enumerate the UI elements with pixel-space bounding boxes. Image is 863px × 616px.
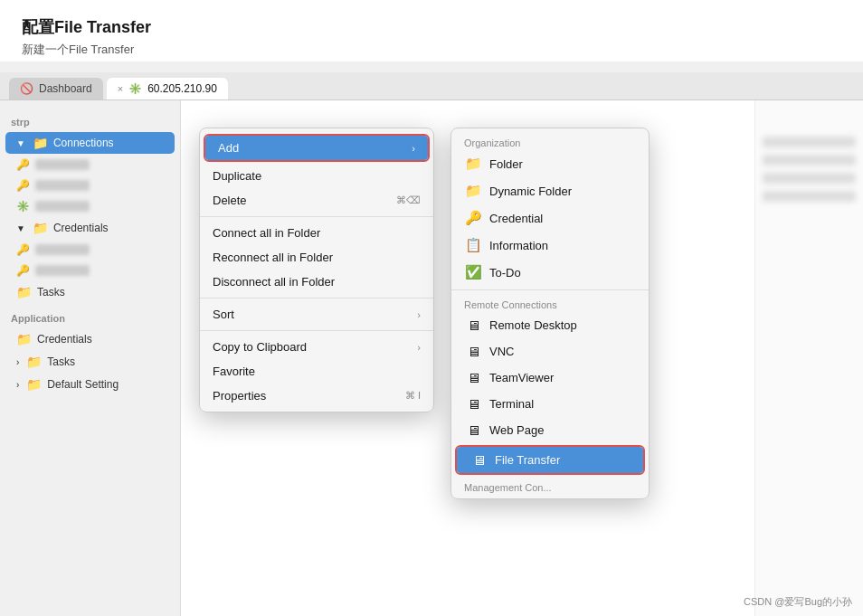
sidebar-item-cred4: 🔑	[5, 261, 175, 280]
sidebar: strp ▼ 📁 Connections 🔑 🔑 ✳️	[0, 100, 181, 616]
dynamic-folder-label: Dynamic Folder	[489, 185, 572, 198]
menu-item-reconnect-all[interactable]: Reconnect all in Folder	[200, 245, 433, 270]
app-credentials-label: Credentials	[37, 333, 92, 346]
sidebar-item-cross: ✳️	[5, 196, 175, 216]
content-area: Add › Duplicate Delete ⌘⌫ Connect all in…	[181, 100, 863, 616]
app-default-chevron: ›	[16, 380, 19, 390]
sub-menu-item-vnc[interactable]: 🖥 VNC	[451, 338, 649, 365]
properties-label: Properties	[213, 389, 266, 403]
cross-icon: ✳️	[16, 200, 30, 213]
app-default-label: Default Setting	[47, 378, 119, 391]
sidebar-item-app-credentials[interactable]: 📁 Credentials	[5, 328, 175, 350]
copy-arrow-icon: ›	[417, 342, 421, 353]
duplicate-label: Duplicate	[213, 169, 261, 183]
credentials-chevron: ▼	[16, 223, 25, 233]
remote-tab-close[interactable]: ×	[118, 83, 123, 94]
sub-menu-item-file-transfer[interactable]: 🖥 File Transfer	[457, 447, 643, 473]
copy-label: Copy to Clipboard	[213, 340, 307, 354]
sidebar-item-app-default[interactable]: › 📁 Default Setting	[5, 374, 175, 395]
menu-item-delete[interactable]: Delete ⌘⌫	[200, 188, 433, 213]
terminal-icon: 🖥	[464, 396, 482, 412]
cred3-label-blurred	[35, 244, 90, 255]
sub-menu-item-terminal[interactable]: 🖥 Terminal	[451, 391, 649, 417]
terminal-label: Terminal	[489, 397, 534, 411]
management-section-label: Management Con...	[451, 477, 649, 495]
sub-menu-item-teamviewer[interactable]: 🖥 TeamViewer	[451, 365, 649, 391]
sub-menu-item-folder[interactable]: 📁 Folder	[451, 150, 649, 177]
connect-all-label: Connect all in Folder	[213, 226, 320, 240]
menu-item-duplicate[interactable]: Duplicate	[200, 164, 433, 188]
sidebar-item-cred3: 🔑	[5, 240, 175, 260]
app-cred-icon: 📁	[16, 332, 32, 346]
credentials-label: Credentials	[53, 222, 109, 234]
menu-item-add[interactable]: Add ›	[205, 136, 428, 160]
todo-label: To-Do	[489, 266, 521, 280]
delete-shortcut: ⌘⌫	[396, 194, 421, 206]
separator-2	[200, 298, 433, 299]
tab-remote[interactable]: × ✳️ 60.205.210.90	[107, 78, 228, 100]
menu-item-disconnect-all[interactable]: Disconnect all in Folder	[200, 270, 433, 294]
tasks-label: Tasks	[37, 286, 65, 299]
remote-desktop-label: Remote Desktop	[489, 318, 577, 332]
separator-3	[200, 330, 433, 331]
menu-item-connect-all[interactable]: Connect all in Folder	[200, 221, 433, 245]
page-subtitle: 新建一个File Transfer	[22, 42, 841, 58]
delete-label: Delete	[213, 194, 247, 207]
menu-item-sort[interactable]: Sort ›	[200, 302, 433, 327]
connections-folder-icon: 📁	[33, 136, 48, 150]
app-tasks-label: Tasks	[47, 355, 75, 368]
right-blur-3	[763, 173, 856, 184]
right-panel-blurred	[754, 100, 863, 616]
page-title: 配置File Transfer	[22, 16, 841, 38]
sidebar-item-app-tasks[interactable]: › 📁 Tasks	[5, 351, 175, 373]
information-icon: 📋	[464, 237, 482, 253]
separator-1	[200, 216, 433, 217]
sidebar-item-tasks[interactable]: 📁 Tasks	[5, 281, 175, 303]
file-transfer-wrapper: 🖥 File Transfer	[455, 445, 645, 475]
credential-label: Credential	[489, 212, 543, 225]
sidebar-item-connections[interactable]: ▼ 📁 Connections	[5, 132, 175, 154]
add-label: Add	[218, 141, 239, 155]
sub-menu-item-information[interactable]: 📋 Information	[451, 232, 649, 259]
menu-item-favorite[interactable]: Favorite	[200, 359, 433, 384]
sidebar-item-credentials[interactable]: ▼ 📁 Credentials	[5, 217, 175, 239]
sub-menu-item-dynamic-folder[interactable]: 📁 Dynamic Folder	[451, 177, 649, 204]
sub-menu-item-web-page[interactable]: 🖥 Web Page	[451, 417, 649, 443]
remote-desktop-icon: 🖥	[464, 317, 482, 333]
reconnect-all-label: Reconnect all in Folder	[213, 251, 333, 264]
sub-menu-item-credential[interactable]: 🔑 Credential	[451, 204, 649, 232]
main-layout: strp ▼ 📁 Connections 🔑 🔑 ✳️	[0, 100, 863, 616]
cred1-label-blurred	[35, 159, 90, 170]
vnc-icon: 🖥	[464, 344, 482, 359]
cred4-icon: 🔑	[16, 264, 30, 277]
tab-bar: 🚫 Dashboard × ✳️ 60.205.210.90	[0, 72, 863, 100]
web-page-icon: 🖥	[464, 422, 482, 438]
credentials-folder-icon: 📁	[33, 221, 48, 235]
menu-item-copy[interactable]: Copy to Clipboard ›	[200, 335, 433, 359]
properties-shortcut: ⌘ I	[405, 390, 421, 402]
credential-icon: 🔑	[464, 210, 482, 226]
add-item-wrapper: Add ›	[204, 134, 430, 162]
tab-dashboard[interactable]: 🚫 Dashboard	[9, 78, 103, 100]
sidebar-section-label: strp	[0, 108, 180, 131]
cross-label-blurred	[35, 201, 90, 212]
todo-icon: ✅	[464, 264, 482, 280]
vnc-label: VNC	[489, 345, 514, 358]
sort-arrow-icon: ›	[417, 309, 421, 320]
folder-icon: 📁	[464, 156, 482, 172]
information-label: Information	[489, 239, 548, 252]
disconnect-all-label: Disconnect all in Folder	[213, 275, 335, 289]
sub-menu-item-remote-desktop[interactable]: 🖥 Remote Desktop	[451, 312, 649, 338]
primary-context-menu: Add › Duplicate Delete ⌘⌫ Connect all in…	[199, 128, 434, 412]
cred2-icon: 🔑	[16, 179, 30, 192]
sort-label: Sort	[213, 308, 234, 321]
right-blur-2	[763, 155, 856, 166]
sub-menu-item-todo[interactable]: ✅ To-Do	[451, 259, 649, 286]
organization-section-label: Organization	[451, 132, 649, 150]
footer-attribution: CSDN @爱写Bug的小孙	[744, 595, 852, 609]
tab-dashboard-label: Dashboard	[39, 82, 92, 95]
remote-section-label: Remote Connections	[451, 294, 649, 312]
app-tasks-icon: 📁	[26, 355, 42, 369]
menu-item-properties[interactable]: Properties ⌘ I	[200, 384, 433, 408]
dashboard-icon: 🚫	[20, 82, 33, 95]
